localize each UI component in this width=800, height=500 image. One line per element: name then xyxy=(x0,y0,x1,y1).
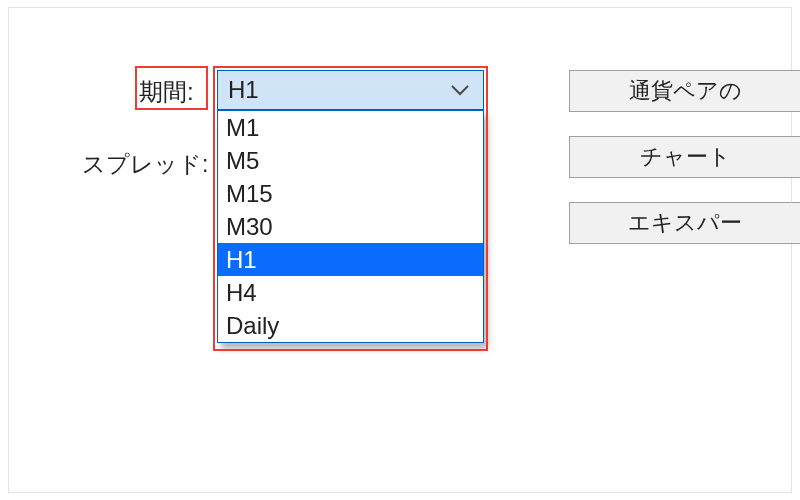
chevron-down-icon xyxy=(451,84,469,96)
expert-button[interactable]: エキスパー xyxy=(569,202,800,244)
period-combobox-value: H1 xyxy=(228,76,259,104)
chart-button[interactable]: チャート xyxy=(569,136,800,178)
period-option[interactable]: M1 xyxy=(218,111,483,144)
period-combobox[interactable]: H1 xyxy=(217,70,484,110)
currency-pair-button[interactable]: 通貨ペアの xyxy=(569,70,800,112)
period-option[interactable]: H4 xyxy=(218,276,483,309)
chart-button-label: チャート xyxy=(640,142,731,172)
spread-label: スプレッド: xyxy=(82,153,208,176)
period-option[interactable]: M15 xyxy=(218,177,483,210)
period-option[interactable]: M30 xyxy=(218,210,483,243)
currency-pair-button-label: 通貨ペアの xyxy=(629,76,742,106)
period-option[interactable]: Daily xyxy=(218,309,483,342)
period-option[interactable]: H1 xyxy=(218,243,483,276)
period-option[interactable]: M5 xyxy=(218,144,483,177)
window-frame: 期間: スプレッド: H1 M1M5M15M30H1H4Daily 通貨ペアの … xyxy=(8,7,792,493)
expert-button-label: エキスパー xyxy=(628,208,742,238)
period-dropdown-list[interactable]: M1M5M15M30H1H4Daily xyxy=(217,110,484,343)
period-label: 期間: xyxy=(139,80,194,104)
